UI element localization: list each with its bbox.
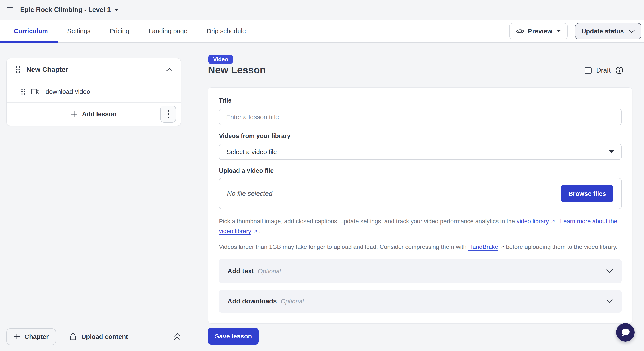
external-link-icon: ↗ <box>500 244 504 250</box>
tab-actions: Preview Update status <box>509 23 642 40</box>
lesson-type-badge: Video <box>208 55 233 64</box>
draft-label: Draft <box>596 66 610 74</box>
active-tab-underline <box>0 41 58 43</box>
select-caret-icon <box>609 150 614 154</box>
add-text-section[interactable]: Add text Optional <box>219 259 622 283</box>
course-builder-app: Epic Rock Climbing - Level 1 Curriculum … <box>0 0 644 351</box>
add-lesson-button[interactable]: Add lesson <box>71 110 116 118</box>
add-chapter-label: Chapter <box>24 333 48 340</box>
chapter-menu-button[interactable] <box>160 106 176 123</box>
chevron-down-icon <box>606 299 613 304</box>
lesson-title: download video <box>46 88 90 95</box>
curriculum-sidebar: New Chapter <box>0 43 188 351</box>
tab-landing-page[interactable]: Landing page <box>148 28 188 35</box>
video-camera-icon <box>31 88 40 94</box>
collapse-chapter-button[interactable] <box>166 68 173 72</box>
update-status-button[interactable]: Update status <box>575 23 642 40</box>
preview-label: Preview <box>528 28 552 35</box>
optional-label: Optional <box>281 298 304 305</box>
save-lesson-button[interactable]: Save lesson <box>208 328 259 344</box>
draft-control: Draft <box>584 66 624 74</box>
topbar: Epic Rock Climbing - Level 1 <box>0 0 644 20</box>
video-library-select[interactable]: Select a video file <box>219 144 622 160</box>
tab-pricing[interactable]: Pricing <box>110 28 129 35</box>
tab-curriculum[interactable]: Curriculum <box>14 28 48 35</box>
external-link-icon: ↗ <box>253 228 258 234</box>
hamburger-menu-icon[interactable] <box>7 8 13 12</box>
compression-help-text: Videos larger than 1GB may take longer t… <box>219 242 622 252</box>
page-title: New Lesson <box>208 64 266 76</box>
optional-label: Optional <box>258 268 281 275</box>
add-text-label: Add text <box>228 267 254 275</box>
add-chapter-button[interactable]: Chapter <box>6 328 56 345</box>
help-text-segment: . <box>557 218 558 224</box>
video-library-help-text: Pick a thumbnail image, add closed capti… <box>219 216 622 236</box>
course-title: Epic Rock Climbing - Level 1 <box>20 6 111 14</box>
lesson-editor: Video New Lesson Draft Title Videos from… <box>188 43 644 351</box>
add-downloads-section[interactable]: Add downloads Optional <box>219 290 622 313</box>
external-link-icon: ↗ <box>550 218 555 224</box>
lesson-form-card: Title Videos from your library Select a … <box>208 87 632 324</box>
tabs: Curriculum Settings Pricing Landing page… <box>0 28 246 35</box>
eye-icon <box>516 28 524 34</box>
tab-settings[interactable]: Settings <box>67 28 90 35</box>
course-switcher[interactable]: Epic Rock Climbing - Level 1 <box>20 6 118 14</box>
file-upload-dropzone[interactable]: No file selected Browse files <box>219 178 622 209</box>
chat-bubble-icon <box>620 328 630 337</box>
add-lesson-row: Add lesson <box>7 102 181 126</box>
title-label: Title <box>219 97 622 104</box>
upload-icon <box>69 332 76 341</box>
tab-drip-schedule[interactable]: Drip schedule <box>207 28 246 35</box>
chat-widget-button[interactable] <box>616 323 634 342</box>
help-text-segment: before uploading them to the video libra… <box>506 244 618 250</box>
caret-down-icon <box>114 8 118 11</box>
help-text-segment: . <box>259 228 260 234</box>
add-downloads-label: Add downloads <box>228 298 277 305</box>
add-lesson-label: Add lesson <box>82 110 116 118</box>
plus-icon <box>14 334 20 340</box>
upload-content-button[interactable]: Upload content <box>69 332 128 341</box>
library-label: Videos from your library <box>219 132 622 140</box>
info-icon[interactable] <box>615 66 624 74</box>
upload-label: Upload a video file <box>219 167 622 174</box>
drag-handle-icon[interactable] <box>16 66 20 74</box>
plus-icon <box>71 111 78 118</box>
upload-content-label: Upload content <box>81 333 128 340</box>
video-library-link[interactable]: video library <box>516 218 549 224</box>
caret-down-icon <box>557 30 561 32</box>
kebab-icon <box>167 110 169 118</box>
tabbar: Curriculum Settings Pricing Landing page… <box>0 20 644 43</box>
chevron-down-icon <box>606 269 613 273</box>
preview-button[interactable]: Preview <box>509 23 568 40</box>
no-file-text: No file selected <box>227 190 272 198</box>
chevron-down-icon <box>628 29 635 33</box>
content-row: New Chapter <box>0 43 644 351</box>
collapse-all-button[interactable] <box>174 333 180 340</box>
lesson-row[interactable]: download video <box>7 81 181 102</box>
drag-handle-icon[interactable] <box>21 88 26 95</box>
update-status-label: Update status <box>581 28 624 35</box>
help-text-segment: Videos larger than 1GB may take longer t… <box>219 244 466 250</box>
select-value: Select a video file <box>226 148 277 156</box>
draft-checkbox[interactable] <box>584 67 592 74</box>
browse-files-button[interactable]: Browse files <box>561 185 614 202</box>
help-text-segment: Pick a thumbnail image, add closed capti… <box>219 218 515 224</box>
chapter-card: New Chapter <box>6 58 181 126</box>
handbrake-link[interactable]: HandBrake <box>468 244 498 250</box>
chapter-header: New Chapter <box>7 58 181 81</box>
sidebar-footer: Chapter Upload content <box>6 328 180 345</box>
lesson-title-input[interactable] <box>219 109 622 125</box>
chapter-title: New Chapter <box>26 66 68 74</box>
